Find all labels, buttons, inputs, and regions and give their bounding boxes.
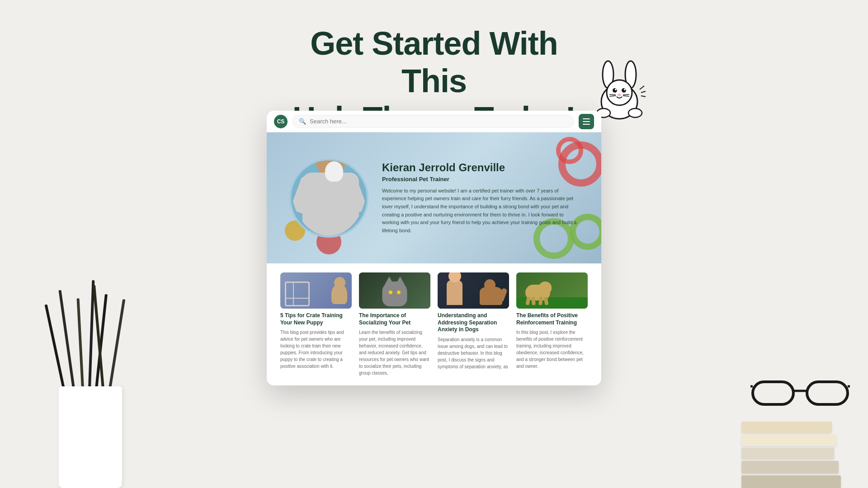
blog-excerpt-3: Separation anxiety is a common issue amo… — [438, 336, 509, 370]
glasses-decoration — [750, 375, 850, 407]
hero-text: Kieran Jerrold Grenville Professional Pe… — [382, 161, 579, 235]
pencil-cup — [59, 386, 122, 488]
svg-line-17 — [623, 96, 629, 96]
hero-content: Kieran Jerrold Grenville Professional Pe… — [267, 132, 601, 263]
browser-window: CS 🔍 — [267, 111, 601, 385]
blog-excerpt-1: This blog post provides tips and advice … — [280, 329, 352, 370]
hero-name: Kieran Jerrold Grenville — [382, 161, 579, 174]
svg-line-14 — [609, 94, 616, 95]
blog-title-1: 5 Tips for Crate Training Your New Puppy — [280, 312, 352, 326]
heading-line1: Get Started With This — [310, 25, 557, 99]
rabbit-mascot — [592, 59, 646, 117]
blog-image-3 — [438, 272, 509, 309]
pencil-cup-decoration — [36, 285, 145, 488]
blog-card-2: The Importance of Socializing Your Pet L… — [359, 272, 430, 376]
svg-point-19 — [628, 108, 642, 117]
search-input[interactable] — [310, 118, 567, 125]
svg-point-9 — [613, 88, 617, 93]
books-decoration — [741, 422, 841, 488]
blog-section: 5 Tips for Crate Training Your New Puppy… — [267, 263, 601, 385]
blog-title-2: The Importance of Socializing Your Pet — [359, 312, 430, 326]
svg-point-10 — [622, 88, 626, 93]
book-1 — [741, 422, 832, 433]
blog-image-1 — [280, 272, 352, 309]
search-icon: 🔍 — [299, 118, 306, 125]
blog-card-1: 5 Tips for Crate Training Your New Puppy… — [280, 272, 352, 376]
hamburger-icon — [583, 118, 590, 125]
book-4 — [741, 461, 839, 474]
browser-toolbar: CS 🔍 — [267, 111, 601, 132]
svg-line-15 — [609, 96, 616, 96]
svg-rect-1 — [807, 382, 848, 404]
svg-line-20 — [640, 86, 644, 89]
pencil-2 — [77, 298, 84, 389]
hero-section: Kieran Jerrold Grenville Professional Pe… — [267, 132, 601, 263]
book-2 — [741, 435, 836, 446]
svg-line-22 — [641, 96, 646, 97]
blog-image-4 — [516, 272, 588, 309]
book-3 — [741, 448, 834, 459]
hero-avatar — [289, 159, 368, 238]
menu-button[interactable] — [579, 114, 594, 129]
hero-bio: Welcome to my personal website! I am a c… — [382, 187, 579, 235]
svg-point-11 — [615, 89, 617, 90]
svg-rect-0 — [753, 382, 793, 404]
blog-image-2 — [359, 272, 430, 309]
blog-card-3: Understanding and Addressing Separation … — [438, 272, 509, 376]
blog-excerpt-4: In this blog post, I explore the benefit… — [516, 329, 588, 370]
blog-title-3: Understanding and Addressing Separation … — [438, 312, 509, 333]
svg-line-21 — [641, 91, 646, 93]
book-5 — [741, 475, 841, 488]
pencil-7 — [108, 299, 125, 389]
blog-grid: 5 Tips for Crate Training Your New Puppy… — [280, 272, 588, 376]
svg-line-16 — [623, 94, 629, 95]
svg-point-12 — [624, 89, 626, 90]
blog-card-4: The Benefits of Positive Reinforcement T… — [516, 272, 588, 376]
search-bar[interactable]: 🔍 — [292, 115, 574, 128]
blog-excerpt-2: Learn the benefits of socializing your p… — [359, 329, 430, 376]
blog-title-4: The Benefits of Positive Reinforcement T… — [516, 312, 588, 326]
svg-point-8 — [607, 80, 632, 105]
site-logo: CS — [274, 115, 288, 128]
hero-job-title: Professional Pet Trainer — [382, 176, 579, 183]
svg-point-13 — [618, 94, 621, 96]
